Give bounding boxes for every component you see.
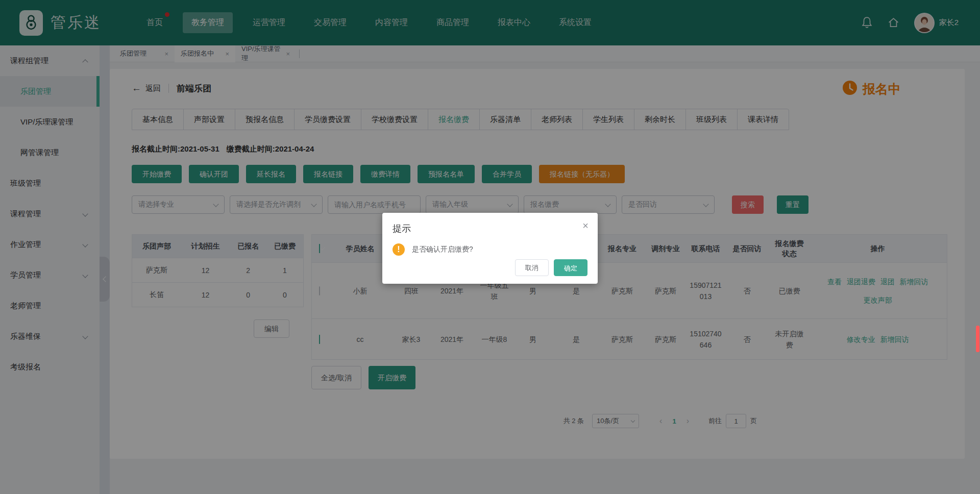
cancel-button[interactable]: 取消: [515, 259, 549, 276]
confirm-button[interactable]: 确定: [554, 259, 587, 276]
dialog-title: 提示: [393, 223, 587, 235]
warning-icon: !: [393, 243, 405, 256]
dialog-message: 是否确认开启缴费?: [412, 245, 473, 254]
close-icon[interactable]: ×: [582, 220, 589, 232]
dialog-body: ! 是否确认开启缴费?: [393, 243, 587, 256]
confirm-dialog: 提示 × ! 是否确认开启缴费? 取消 确定: [382, 213, 598, 284]
dialog-footer: 取消 确定: [515, 259, 587, 276]
scrollbar-thumb[interactable]: [976, 326, 979, 352]
